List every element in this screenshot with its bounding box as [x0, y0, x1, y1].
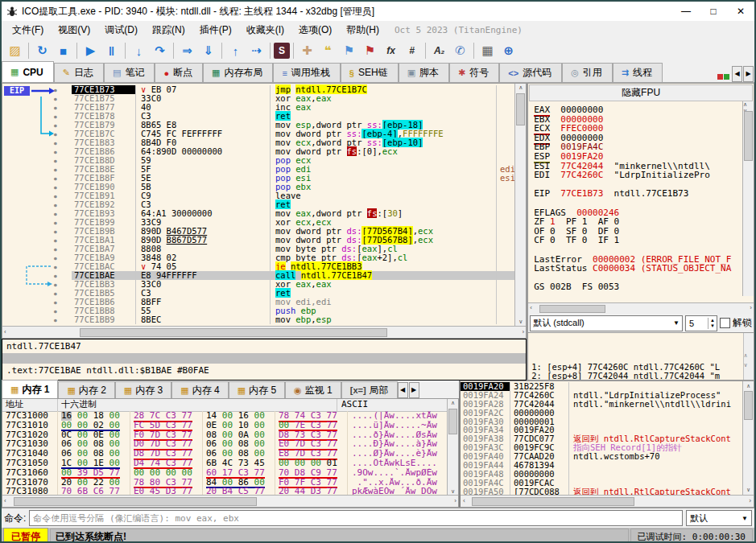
tab-references[interactable]: ◎引用	[562, 63, 613, 82]
tab-dump-1[interactable]: ▦内存 1	[2, 380, 58, 398]
font-icon[interactable]: A₂	[429, 41, 449, 60]
registers-list[interactable]: EAX 00000000EBX 00000000ECX FFEC0000EDX …	[528, 102, 754, 302]
arguments-vertical-scrollbar[interactable]: ∧∨	[743, 333, 754, 380]
stack-comment: ntdll."LdrpInitializeProcess"	[568, 391, 742, 400]
tab-dump-3[interactable]: ▦内存 3	[115, 381, 171, 398]
tab-scroll-left-button[interactable]: ◀	[732, 66, 742, 82]
menu-item[interactable]: 视图(V)	[51, 22, 97, 39]
depth-spinner[interactable]: 5▲▼	[685, 315, 717, 331]
tab-dump-2[interactable]: ▦内存 2	[58, 381, 114, 398]
notify-icon[interactable]: ✆	[450, 41, 470, 60]
registers-vertical-scrollbar[interactable]: ∧∨	[742, 101, 754, 296]
register-line[interactable]: GS 002B FS 0053	[534, 282, 754, 292]
tab-source[interactable]: <>源代码	[499, 63, 562, 82]
dump-vertical-scrollbar[interactable]: ∧∨	[447, 399, 458, 496]
tab-notes[interactable]: ▤笔记	[104, 63, 155, 82]
arguments-pane[interactable]: ∧∨ 1: [esp+4] 77C4260C ntdll.77C4260C "L…	[528, 332, 754, 380]
function-icon[interactable]: fx	[381, 41, 401, 60]
tab-dump-4[interactable]: ▦内存 4	[171, 381, 228, 398]
tab-label: 线程	[633, 66, 652, 80]
tab-breakpoints[interactable]: ●断点	[155, 63, 203, 82]
dump-horizontal-scrollbar[interactable]: ‹›	[2, 495, 458, 507]
convention-dropdown[interactable]: 默认 (stdcall)▼	[530, 315, 683, 331]
register-line[interactable]: CF 0 TF 0 IF 1	[534, 236, 754, 245]
tab-locals[interactable]: [x=]局部	[341, 381, 398, 398]
maximize-button[interactable]: □	[700, 2, 727, 20]
trace-into-icon[interactable]: ⇓	[198, 41, 218, 60]
restart-icon[interactable]: ↻	[32, 41, 52, 60]
argument-line[interactable]: 2: [esp+8] 77C42044 ntdll.77C42044 "m	[531, 372, 754, 380]
menu-item[interactable]: 收藏夹(I)	[239, 22, 291, 39]
dump-view[interactable]: 地址 十六进制 ASCII 77C3100016 00 18 0028 7C C…	[2, 398, 459, 508]
step-over-icon[interactable]: ↷	[150, 41, 170, 60]
tab-seh-icon: §	[349, 68, 354, 78]
hash-icon[interactable]: #	[402, 41, 422, 60]
tab-symbols[interactable]: ✱符号	[449, 63, 499, 82]
open-file-icon[interactable]: ▨	[5, 41, 25, 60]
pause-icon[interactable]: ‖	[101, 41, 122, 60]
register-line[interactable]: EIP 77CE1B73 ntdll.77CE1B73	[534, 189, 754, 199]
tab-threads-icon: ⇉	[622, 68, 629, 78]
bookmark-icon[interactable]: ⚑	[360, 41, 380, 60]
disasm-row[interactable]: 77CE1BB333C0xor eax,eax	[72, 280, 514, 289]
disassembly-pane[interactable]: 77CE1B73∨ EB 07jmp ntdll.77CE1B7C77CE1B7…	[2, 83, 527, 339]
command-input[interactable]	[29, 510, 683, 526]
register-line[interactable]: LastStatus C0000034 (STATUS_OBJECT_NA	[534, 264, 754, 274]
tab-label: SEH链	[358, 66, 388, 80]
stop-icon[interactable]: ■	[53, 41, 73, 60]
disasm-row[interactable]: 77CE1B7740inc eax	[72, 103, 514, 112]
stack-pane[interactable]: 0019FA2031B225F80019FA2477C4260Cntdll."L…	[459, 381, 754, 508]
tab-script[interactable]: ▣脚本	[399, 63, 449, 82]
stack-horizontal-scrollbar[interactable]: ‹›	[461, 495, 754, 507]
hide-fpu-button[interactable]: 隐藏FPU	[529, 84, 753, 101]
stack-row[interactable]: 0019FA2C00000000	[461, 409, 742, 418]
menu-item[interactable]: 插件(P)	[192, 22, 239, 39]
dump-tab-scroll-left-button[interactable]: ◀	[398, 382, 408, 398]
tab-memory-map[interactable]: ▦内存布局	[203, 63, 273, 82]
register-line[interactable]: EDI 77C4260C "LdrpInitializePro	[534, 171, 754, 180]
tab-cpu[interactable]: ▦CPU	[2, 61, 54, 82]
stack-vertical-scrollbar[interactable]: ∧∨	[742, 381, 754, 496]
disasm-vertical-scrollbar[interactable]: ∧∨	[514, 84, 526, 326]
menu-item[interactable]: 帮助(H)	[339, 22, 386, 39]
dump-tab-scroll-right-button[interactable]: ▶	[409, 382, 419, 398]
run-icon[interactable]: ▶	[81, 41, 101, 60]
disasm-row[interactable]: 77CE1BB98BECmov ebp,esp	[72, 315, 514, 324]
patch-icon[interactable]: ✚	[297, 41, 317, 60]
tab-threads[interactable]: ⇉线程	[613, 63, 663, 82]
patches-blocks-icon[interactable]	[717, 71, 729, 82]
execute-till-return-icon[interactable]: ⇒	[177, 41, 197, 60]
menu-item[interactable]: 调试(D)	[97, 22, 145, 39]
tab-dump-5[interactable]: ▦内存 5	[229, 381, 285, 398]
tab-references-icon: ◎	[571, 68, 579, 78]
disasm-row[interactable]: 77CE1B91C9leave	[72, 191, 514, 200]
run-to-user-code-icon[interactable]: ⇢	[246, 41, 266, 60]
comment-icon[interactable]: ❝	[318, 41, 338, 60]
tab-call-stack[interactable]: ≡调用堆栈	[273, 63, 340, 82]
tab-label: 脚本	[419, 66, 439, 80]
seh-chain-icon[interactable]: S	[274, 43, 290, 59]
calculator-icon[interactable]: ▦	[477, 41, 498, 60]
disasm-horizontal-scrollbar[interactable]: ‹›	[2, 326, 526, 338]
tab-seh[interactable]: §SEH链	[341, 63, 399, 82]
command-profile-dropdown[interactable]: 默认▼	[686, 510, 752, 526]
step-into-icon[interactable]: ↓	[129, 41, 149, 60]
toolbar-separator	[270, 43, 271, 59]
registers-horizontal-scrollbar[interactable]: ‹ ›	[528, 302, 754, 314]
label-icon[interactable]: ⚑	[339, 41, 359, 60]
unlock-checkbox[interactable]	[720, 318, 730, 328]
main-tab-bar: ▦CPU✎日志▤笔记●断点▦内存布局≡调用堆栈§SEH链▣脚本✱符号<>源代码◎…	[2, 63, 754, 83]
menu-item[interactable]: 选项(O)	[291, 22, 339, 39]
close-button[interactable]: ✕	[727, 2, 754, 20]
disassembly-column: 77CE1B73∨ EB 07jmp ntdll.77CE1B7C77CE1B7…	[2, 83, 527, 381]
tab-watch-1[interactable]: ◉监视 1	[285, 381, 341, 398]
minimize-button[interactable]: —	[672, 2, 700, 20]
menu-item[interactable]: 跟踪(N)	[145, 22, 192, 39]
tab-log[interactable]: ✎日志	[54, 63, 104, 82]
menu-item[interactable]: 文件(F)	[5, 22, 51, 39]
tab-scroll-right-button[interactable]: ▶	[743, 66, 754, 82]
tab-dump-5-icon: ▦	[238, 385, 246, 396]
tab-label: 内存 1	[22, 383, 49, 397]
globe-icon[interactable]: ⊕	[498, 41, 518, 60]
step-out-icon[interactable]: ↑	[225, 41, 246, 60]
